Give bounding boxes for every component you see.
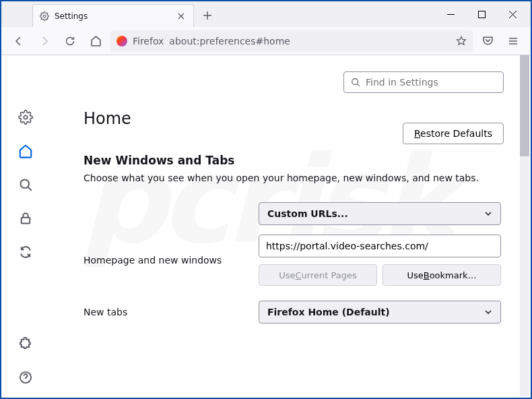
minimize-button[interactable] xyxy=(435,1,466,27)
pocket-button[interactable] xyxy=(477,30,498,52)
tab-settings[interactable]: Settings xyxy=(32,4,194,27)
search-icon xyxy=(351,78,360,87)
restore-defaults-button[interactable]: Restore Defaults xyxy=(403,123,504,144)
new-tab-button[interactable] xyxy=(198,6,217,25)
newtabs-select[interactable]: Firefox Home (Default) xyxy=(259,301,501,324)
section-heading: New Windows and Tabs xyxy=(84,154,512,167)
sidebar-general-icon[interactable] xyxy=(18,109,34,125)
bookmark-star-icon[interactable] xyxy=(456,36,467,47)
svg-point-3 xyxy=(21,180,30,189)
sidebar-privacy-icon[interactable] xyxy=(18,210,34,226)
settings-search[interactable] xyxy=(343,71,504,93)
svg-point-0 xyxy=(43,15,46,18)
sidebar-home-icon[interactable] xyxy=(18,143,34,159)
urlbar-address: about:preferences#home xyxy=(169,36,451,47)
chevron-down-icon xyxy=(484,210,492,218)
newtabs-label: New tabs xyxy=(84,307,245,317)
close-window-button[interactable] xyxy=(497,1,528,27)
back-button[interactable] xyxy=(8,30,30,52)
url-bar[interactable]: Firefox about:preferences#home xyxy=(110,30,473,52)
tab-strip: Settings xyxy=(1,1,531,27)
svg-point-2 xyxy=(24,115,28,119)
tab-title: Settings xyxy=(55,11,88,21)
forward-button[interactable] xyxy=(34,30,55,52)
reload-button[interactable] xyxy=(59,30,81,52)
window-controls xyxy=(435,1,528,27)
chevron-down-icon xyxy=(484,308,492,316)
homepage-row-label: Homepage and new windows xyxy=(84,255,245,266)
use-bookmark-button[interactable]: Use Bookmark… xyxy=(383,264,501,286)
sidebar xyxy=(1,55,50,398)
svg-point-6 xyxy=(352,79,358,85)
gear-icon xyxy=(40,11,49,21)
section-description: Choose what you see when you open your h… xyxy=(84,173,512,183)
urlbar-label: Firefox xyxy=(133,36,164,47)
main-content: Home Restore Defaults New Windows and Ta… xyxy=(50,55,531,398)
home-button[interactable] xyxy=(85,30,106,52)
sidebar-extensions-icon[interactable] xyxy=(18,336,34,352)
use-current-pages-button[interactable]: Use Current Pages xyxy=(259,264,377,286)
firefox-icon xyxy=(117,36,127,47)
sidebar-sync-icon[interactable] xyxy=(18,244,34,260)
menu-button[interactable] xyxy=(502,30,524,52)
homepage-select[interactable]: Custom URLs... xyxy=(259,202,501,225)
svg-rect-1 xyxy=(478,11,485,18)
sidebar-search-icon[interactable] xyxy=(18,177,34,193)
toolbar: Firefox about:preferences#home xyxy=(1,27,531,55)
settings-search-input[interactable] xyxy=(366,77,496,88)
sidebar-help-icon[interactable] xyxy=(18,369,34,386)
homepage-url-input[interactable] xyxy=(259,235,501,257)
tab-close-button[interactable] xyxy=(176,11,187,22)
svg-rect-4 xyxy=(22,218,30,224)
maximize-button[interactable] xyxy=(466,1,497,27)
